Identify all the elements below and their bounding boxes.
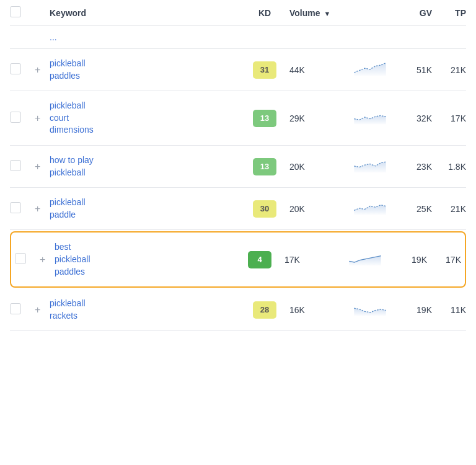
table-row[interactable]: + best pickleball paddles 4 17K 19K (10, 231, 466, 288)
volume-cell: 44K (289, 64, 351, 76)
row-checkbox-col (10, 112, 32, 125)
gv-value: 19K (412, 255, 427, 265)
row-checkbox-col (10, 202, 32, 216)
tp-cell: 17K (432, 113, 466, 124)
gv-value: 25K (416, 204, 432, 214)
keyword-table: Keyword KD Volume ▼ GV TP ... + pickleba… (0, 0, 476, 331)
keyword-text[interactable]: pickleball court dimensions (50, 100, 94, 135)
tp-cell: 11K (432, 304, 466, 316)
plus-icon[interactable]: + (32, 64, 43, 75)
tp-value: 17K (451, 113, 466, 123)
tp-value: 1.8K (448, 162, 466, 172)
truncated-keyword: ... (10, 32, 57, 42)
table-row[interactable]: + pickleball paddle 30 20K 25K (10, 188, 466, 230)
chart-cell (351, 60, 395, 81)
gv-cell: 19K (395, 304, 432, 316)
plus-icon[interactable]: + (37, 254, 48, 265)
row-checkbox[interactable] (15, 253, 26, 264)
kd-cell: 28 (240, 301, 289, 319)
add-button[interactable]: + (32, 304, 50, 316)
select-all-checkbox[interactable] (10, 6, 21, 17)
kd-cell: 4 (235, 251, 284, 268)
gv-cell: 19K (390, 254, 427, 265)
chart-cell (351, 198, 395, 219)
add-button[interactable]: + (32, 64, 50, 76)
gv-cell: 32K (395, 113, 432, 124)
plus-icon[interactable]: + (32, 203, 43, 214)
table-row[interactable]: + pickleball rackets 28 16K 19K (10, 289, 466, 331)
volume-cell: 29K (289, 113, 351, 124)
add-button[interactable]: + (32, 203, 50, 215)
kd-cell: 13 (240, 110, 289, 127)
row-checkbox[interactable] (10, 202, 21, 213)
add-button[interactable]: + (37, 254, 55, 265)
rows-container: + pickleball paddles 31 44K 51K (10, 49, 466, 331)
keyword-text[interactable]: how to play pickleball (50, 155, 94, 177)
svg-marker-5 (354, 308, 386, 316)
volume-value: 20K (289, 162, 305, 172)
volume-value: 29K (289, 113, 305, 123)
header-kd: KD (240, 8, 289, 18)
table-row[interactable]: + pickleball paddles 31 44K 51K (10, 49, 466, 91)
keyword-text[interactable]: pickleball rackets (50, 298, 86, 321)
tp-cell: 21K (432, 64, 466, 76)
svg-marker-2 (354, 162, 386, 172)
chart-cell (351, 156, 395, 177)
kd-badge: 4 (248, 251, 271, 268)
volume-cell: 17K (284, 254, 346, 265)
svg-marker-4 (349, 255, 381, 265)
row-checkbox-col (10, 160, 32, 174)
row-checkbox-col (15, 253, 37, 267)
plus-icon[interactable]: + (32, 161, 43, 172)
tp-value: 17K (446, 255, 461, 265)
kd-cell: 31 (240, 61, 289, 79)
tp-cell: 21K (432, 203, 466, 215)
keyword-cell: pickleball court dimensions (50, 100, 240, 136)
tp-cell: 1.8K (432, 161, 466, 172)
keyword-text[interactable]: best pickleball paddles (55, 242, 90, 276)
gv-cell: 23K (395, 161, 432, 172)
add-button[interactable]: + (32, 113, 50, 124)
add-button[interactable]: + (32, 161, 50, 172)
truncated-row: ... (10, 26, 466, 49)
row-checkbox[interactable] (10, 112, 21, 123)
kd-cell: 30 (240, 200, 289, 218)
tp-value: 21K (451, 65, 466, 75)
keyword-cell: how to play pickleball (50, 154, 240, 179)
volume-value: 16K (289, 305, 305, 315)
chart-cell (351, 108, 395, 129)
header-volume[interactable]: Volume ▼ (289, 8, 351, 18)
tp-cell: 17K (427, 254, 461, 265)
row-checkbox[interactable] (10, 63, 21, 74)
plus-icon[interactable]: + (32, 304, 43, 315)
gv-value: 23K (416, 162, 432, 172)
gv-value: 51K (416, 65, 432, 75)
kd-badge: 30 (253, 200, 276, 218)
kd-badge: 13 (253, 158, 276, 175)
header-keyword: Keyword (50, 8, 240, 18)
volume-value: 44K (289, 65, 305, 75)
row-checkbox[interactable] (10, 303, 21, 314)
svg-marker-1 (354, 115, 386, 124)
kd-badge: 28 (253, 301, 276, 319)
volume-cell: 20K (289, 161, 351, 172)
gv-value: 32K (416, 113, 432, 123)
keyword-cell: best pickleball paddles (55, 241, 235, 278)
plus-icon[interactable]: + (32, 113, 43, 123)
chart-cell (351, 299, 395, 321)
volume-value: 17K (284, 255, 300, 265)
keyword-text[interactable]: pickleball paddles (50, 58, 86, 81)
keyword-text[interactable]: pickleball paddle (50, 197, 86, 219)
volume-cell: 16K (289, 304, 351, 316)
keyword-cell: pickleball paddle (50, 197, 240, 221)
keyword-cell: pickleball rackets (50, 298, 240, 322)
volume-cell: 20K (289, 203, 351, 215)
row-checkbox[interactable] (10, 160, 21, 171)
gv-value: 19K (416, 305, 432, 315)
row-checkbox-col (10, 303, 32, 317)
kd-badge: 31 (253, 61, 276, 79)
table-row[interactable]: + pickleball court dimensions 13 29K 3 (10, 91, 466, 146)
table-row[interactable]: + how to play pickleball 13 20K 23K (10, 146, 466, 188)
table-header: Keyword KD Volume ▼ GV TP (10, 0, 466, 26)
header-checkbox-col (10, 6, 32, 19)
